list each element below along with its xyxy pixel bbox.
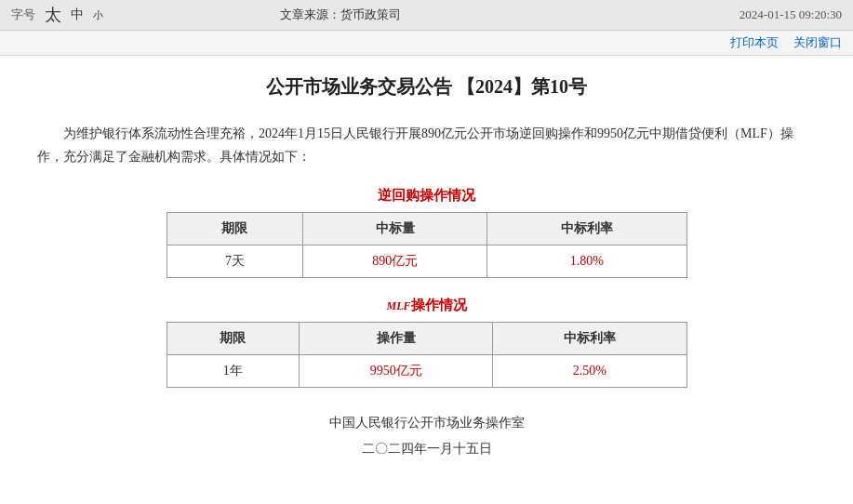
source-value: 货币政策司 [340,7,401,21]
mlf-col3-header: 中标利率 [493,323,686,355]
table-cell: 2.50% [493,355,686,388]
table-row: 1年9950亿元2.50% [167,355,686,388]
top-toolbar: 字号 太 中 小 文章来源：货币政策司 2024-01-15 09:20:30 [0,0,853,31]
font-medium-button[interactable]: 中 [71,7,84,23]
close-link[interactable]: 关闭窗口 [793,34,842,51]
font-large-button[interactable]: 太 [45,4,61,26]
footer-date: 二〇二四年一月十五日 [37,436,816,462]
mlf-title: MLF操作情况 [37,297,816,314]
datetime: 2024-01-15 09:20:30 [740,7,842,22]
mlf-col2-header: 操作量 [300,323,493,355]
reverse-repo-title: 逆回购操作情况 [37,187,816,205]
table-row: 7天890亿元1.80% [167,245,686,278]
mlf-col1-header: 期限 [167,323,300,355]
table-cell: 9950亿元 [300,355,493,388]
intro-text: 为维护银行体系流动性合理充裕，2024年1月15日人民银行开展890亿元公开市场… [37,122,816,168]
table-cell: 1年 [167,355,300,388]
font-size-label: 字号 [11,7,35,23]
mlf-header-row: 期限 操作量 中标利率 [167,323,686,355]
main-content: 公开市场业务交易公告 【2024】第10号 为维护银行体系流动性合理充裕，202… [0,56,853,490]
reverse-repo-header-row: 期限 中标量 中标利率 [167,213,686,245]
reverse-repo-col3-header: 中标利率 [487,213,686,245]
table-cell: 890亿元 [303,245,487,278]
reverse-repo-col1-header: 期限 [167,213,303,245]
footer-org: 中国人民银行公开市场业务操作室 [37,410,816,436]
page-title: 公开市场业务交易公告 【2024】第10号 [37,74,816,99]
footer: 中国人民银行公开市场业务操作室 二〇二四年一月十五日 [37,410,816,462]
action-bar: 打印本页 关闭窗口 [0,31,853,56]
table-cell: 1.80% [487,245,686,278]
font-small-button[interactable]: 小 [93,8,103,22]
article-source: 文章来源：货币政策司 [280,7,401,23]
mlf-table: 期限 操作量 中标利率 1年9950亿元2.50% [167,322,687,388]
print-link[interactable]: 打印本页 [730,34,779,51]
table-cell: 7天 [167,245,303,278]
mlf-abbr: MLF [386,299,410,312]
source-label: 文章来源： [280,7,340,21]
reverse-repo-table: 期限 中标量 中标利率 7天890亿元1.80% [167,212,687,278]
reverse-repo-col2-header: 中标量 [303,213,487,245]
mlf-title-suffix: 操作情况 [411,298,467,312]
